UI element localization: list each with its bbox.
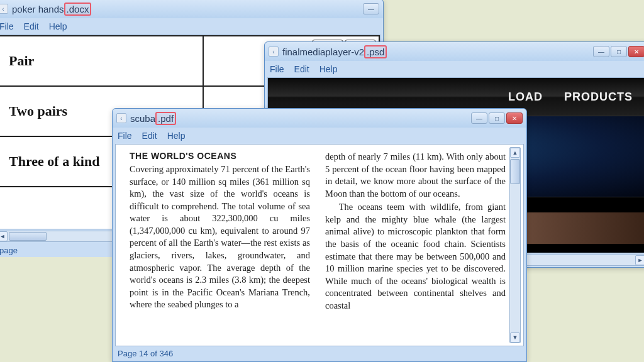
nav-back-icon[interactable]: ‹ [116,113,126,123]
title-base: poker hands [12,4,64,14]
pdf-column-right: depth of nearly 7 miles (11 km). With on… [325,151,506,342]
menu-help[interactable]: Help [319,64,338,74]
titlebar[interactable]: ‹ finalmediaplayer-v2.psd — □ ✕ [265,42,644,61]
scroll-down-icon[interactable]: ▼ [510,332,520,343]
scroll-left-icon[interactable]: ◄ [0,231,8,241]
pdf-page: THE WORLD'S OCEANS Covering approximatel… [130,151,519,342]
pdf-heading: THE WORLD'S OCEANS [130,151,310,161]
scroll-up-icon[interactable]: ▲ [510,148,520,158]
menubar: File Edit Help [0,18,383,35]
window-controls: — □ ✕ [593,46,644,57]
menu-edit[interactable]: Edit [142,131,157,141]
pdf-column-left: THE WORLD'S OCEANS Covering approximatel… [130,151,310,342]
window-controls: — [363,3,379,14]
window-title: poker hands.docx [12,4,363,14]
title-extension: .docx [64,3,92,16]
title-base: finalmediaplayer-v2 [282,47,364,57]
menubar: File Edit Help [265,61,644,77]
maximize-button[interactable]: □ [489,112,505,124]
nav-item: PRODUCTS [564,90,633,104]
titlebar[interactable]: ‹ scuba.pdf — □ ✕ [113,109,526,128]
nav-item: LOAD [508,90,543,104]
pdf-paragraph: Covering approximately 71 percent of the… [130,163,310,311]
menubar: File Edit Help [113,128,526,144]
window-pdf: ‹ scuba.pdf — □ ✕ File Edit Help THE WOR… [112,108,527,362]
hand-label: Pair [0,36,203,86]
status-text: page [0,246,18,255]
nav-back-icon[interactable]: ‹ [269,47,279,57]
menu-edit[interactable]: Edit [294,64,309,74]
pdf-paragraph: The oceans teem with wildlife, from gian… [325,201,506,312]
scroll-thumb[interactable] [510,159,520,184]
minimize-button[interactable]: — [593,46,609,57]
minimize-button[interactable]: — [471,112,487,124]
close-button[interactable]: ✕ [628,46,644,57]
scroll-thumb[interactable] [9,232,47,241]
menu-help[interactable]: Help [167,131,186,141]
statusbar: Page 14 of 346 [113,346,526,360]
menu-file[interactable]: File [0,21,14,31]
pdf-content[interactable]: THE WORLD'S OCEANS Covering approximatel… [115,144,524,346]
title-extension: .psd [364,45,387,58]
menu-file[interactable]: File [270,64,284,74]
scroll-track[interactable] [510,185,520,332]
scroll-right-icon[interactable]: ► [635,255,644,265]
menu-edit[interactable]: Edit [24,21,39,31]
menu-file[interactable]: File [118,131,132,141]
menu-help[interactable]: Help [49,21,67,31]
pdf-paragraph: depth of nearly 7 miles (11 km). With on… [325,151,506,200]
status-text: Page 14 of 346 [118,349,173,358]
nav-back-icon[interactable]: ‹ [0,4,8,14]
window-title: scuba.pdf [130,113,471,124]
close-button[interactable]: ✕ [506,112,523,124]
window-controls: — □ ✕ [471,112,523,124]
title-extension: .pdf [155,112,176,125]
maximize-button[interactable]: □ [611,46,627,57]
window-title: finalmediaplayer-v2.psd [282,47,593,57]
vertical-scrollbar[interactable]: ▲ ▼ [509,147,521,343]
minimize-button[interactable]: — [363,3,379,14]
titlebar[interactable]: ‹ poker hands.docx — [0,0,383,18]
title-base: scuba [130,113,155,124]
